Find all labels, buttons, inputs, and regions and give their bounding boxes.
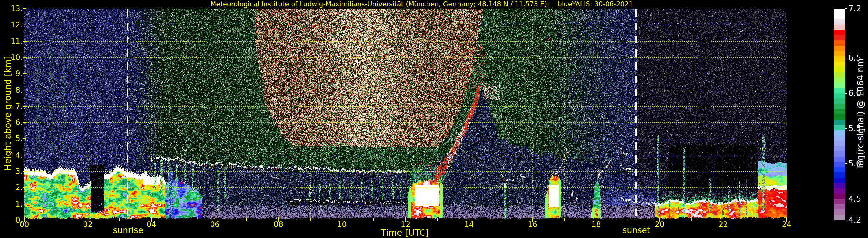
y-tick-mark bbox=[23, 41, 26, 42]
colorbar-step bbox=[834, 178, 845, 183]
y-tick-label: 7. bbox=[0, 102, 23, 111]
colorbar-step bbox=[834, 62, 845, 67]
y-tick-mark bbox=[23, 25, 26, 25]
y-tick-mark bbox=[23, 220, 26, 220]
colorbar-tick-label: 5.0 bbox=[848, 159, 861, 168]
y-tick-label: 12. bbox=[0, 21, 23, 29]
sunrise-label: sunrise bbox=[113, 225, 144, 235]
y-tick-label: 0. bbox=[0, 216, 23, 225]
colorbar-step bbox=[834, 19, 845, 25]
colorbar-tick-label: 4.5 bbox=[848, 194, 861, 204]
x-minor-tick-mark bbox=[628, 218, 628, 221]
y-tick-mark bbox=[23, 155, 26, 156]
colorbar-step bbox=[834, 56, 845, 62]
colorbar-tick-label: 7.2 bbox=[848, 4, 861, 13]
y-tick-mark bbox=[23, 187, 26, 188]
colorbar-step bbox=[834, 215, 845, 220]
colorbar-step bbox=[834, 77, 845, 82]
colorbar-tick-mark bbox=[845, 8, 847, 9]
colorbar-step bbox=[834, 104, 845, 109]
colorbar-tick-label: 4.2 bbox=[848, 215, 861, 225]
colorbar-tick-label: 6.5 bbox=[848, 54, 861, 63]
colorbar-title: log(rc-signal) @ 1064 nm bbox=[855, 58, 865, 168]
y-tick-mark bbox=[23, 204, 26, 204]
colorbar-step bbox=[834, 194, 845, 199]
y-tick-label: 8. bbox=[0, 86, 23, 95]
x-axis-title: Time [UTC] bbox=[381, 228, 429, 238]
colorbar-tick-label: 5.5 bbox=[848, 124, 861, 133]
x-tick-mark bbox=[532, 217, 533, 222]
y-tick-label: 2. bbox=[0, 183, 23, 192]
y-tick-mark bbox=[23, 57, 26, 58]
colorbar-step bbox=[834, 114, 845, 120]
colorbar-step bbox=[834, 162, 845, 167]
y-tick-label: 10. bbox=[0, 53, 23, 62]
colorbar-step bbox=[834, 82, 845, 88]
x-minor-tick-mark bbox=[310, 218, 311, 221]
x-tick-mark bbox=[88, 217, 88, 222]
y-tick-label: 4. bbox=[0, 151, 23, 160]
colorbar-step bbox=[834, 14, 845, 19]
colorbar-step bbox=[834, 25, 845, 30]
y-tick-mark bbox=[23, 171, 26, 172]
x-minor-tick-mark bbox=[691, 218, 692, 221]
x-minor-tick-mark bbox=[120, 218, 120, 221]
y-tick-mark bbox=[23, 8, 26, 9]
x-tick-mark bbox=[151, 217, 152, 222]
x-minor-tick-mark bbox=[246, 218, 247, 221]
x-minor-tick-mark bbox=[564, 218, 565, 221]
x-minor-tick-mark bbox=[755, 218, 755, 221]
colorbar-step bbox=[834, 157, 845, 162]
y-tick-mark bbox=[23, 106, 26, 107]
x-minor-tick-mark bbox=[373, 218, 374, 221]
colorbar-tick-mark bbox=[845, 164, 847, 164]
colorbar-step bbox=[834, 93, 845, 99]
colorbar-step bbox=[834, 51, 845, 56]
x-tick-mark bbox=[659, 217, 660, 222]
x-minor-tick-mark bbox=[437, 218, 438, 221]
colorbar-step bbox=[834, 109, 845, 114]
lidar-quicklook-page: { "header": { "title": "Meteorological I… bbox=[0, 0, 868, 238]
colorbar-step bbox=[834, 151, 845, 157]
colorbar-tick-mark bbox=[845, 199, 847, 199]
y-tick-label: 5. bbox=[0, 134, 23, 143]
colorbar-step bbox=[834, 67, 845, 72]
colorbar bbox=[834, 9, 845, 220]
colorbar-tick-mark bbox=[845, 58, 847, 58]
colorbar-step bbox=[834, 209, 845, 215]
colorbar-step bbox=[834, 46, 845, 51]
x-minor-tick-mark bbox=[56, 218, 56, 221]
colorbar-step bbox=[834, 88, 845, 93]
colorbar-step bbox=[834, 199, 845, 204]
colorbar-step bbox=[834, 141, 845, 146]
colorbar-step bbox=[834, 9, 845, 14]
y-tick-label: 3. bbox=[0, 167, 23, 176]
colorbar-step bbox=[834, 146, 845, 151]
y-tick-label: 9. bbox=[0, 69, 23, 78]
colorbar-step bbox=[834, 167, 845, 172]
colorbar-step bbox=[834, 130, 845, 135]
y-tick-label: 6. bbox=[0, 118, 23, 127]
time-height-heatmap bbox=[24, 9, 787, 220]
colorbar-step bbox=[834, 125, 845, 130]
x-minor-tick-mark bbox=[501, 218, 501, 221]
colorbar-tick-label: 6.0 bbox=[848, 89, 861, 98]
y-tick-label: 1. bbox=[0, 200, 23, 208]
y-tick-label: 11. bbox=[0, 37, 23, 46]
colorbar-tick-mark bbox=[845, 220, 847, 220]
y-tick-mark bbox=[23, 73, 26, 74]
colorbar-step bbox=[834, 135, 845, 141]
colorbar-step bbox=[834, 120, 845, 125]
colorbar-step bbox=[834, 40, 845, 46]
colorbar-step bbox=[834, 172, 845, 178]
colorbar-step bbox=[834, 188, 845, 194]
figure-title: Meteorological Institute of Ludwig-Maxim… bbox=[210, 0, 633, 8]
colorbar-step bbox=[834, 30, 845, 35]
colorbar-step bbox=[834, 204, 845, 209]
x-tick-mark bbox=[24, 217, 25, 222]
colorbar-step bbox=[834, 183, 845, 188]
y-tick-label: 13. bbox=[0, 4, 23, 13]
colorbar-step bbox=[834, 35, 845, 40]
y-tick-mark bbox=[23, 122, 26, 123]
x-tick-mark bbox=[342, 217, 342, 222]
